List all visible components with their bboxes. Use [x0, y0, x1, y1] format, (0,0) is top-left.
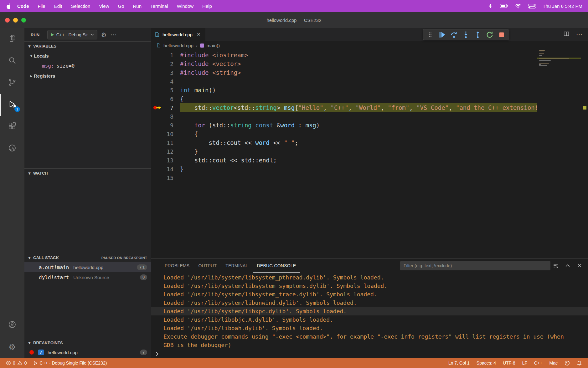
variables-locals[interactable]: ▾ Locals — [24, 51, 151, 61]
code-text[interactable] — [180, 77, 537, 86]
line-number[interactable]: 10 — [162, 131, 173, 137]
continue-icon[interactable] — [437, 30, 447, 39]
breadcrumb-symbol[interactable]: main() — [207, 43, 220, 48]
menu-selection[interactable]: Selection — [71, 3, 90, 9]
line-number[interactable]: 9 — [162, 122, 173, 129]
menu-help[interactable]: Help — [202, 3, 212, 9]
code-line-1[interactable]: 1#include <iostream> — [151, 51, 588, 59]
menu-file[interactable]: File — [38, 3, 45, 9]
line-number[interactable]: 5 — [162, 87, 173, 94]
minimize-window-button[interactable] — [13, 18, 18, 23]
code-text[interactable] — [180, 112, 537, 121]
restart-icon[interactable] — [484, 30, 495, 39]
code-text[interactable]: #include <iostream> — [180, 51, 537, 59]
step-over-icon[interactable] — [449, 30, 459, 39]
editor-more-actions-icon[interactable]: ⋯ — [576, 31, 582, 38]
close-panel-icon[interactable] — [577, 263, 582, 268]
activity-extensions[interactable] — [0, 116, 24, 138]
breakpoint-gutter[interactable] — [151, 173, 162, 182]
breakpoint-gutter[interactable] — [151, 68, 162, 77]
wifi-icon[interactable] — [515, 4, 521, 8]
launch-config-dropdown[interactable]: C++ - Debug Sir — [47, 30, 97, 39]
section-watch[interactable]: ▾ WATCH — [24, 168, 151, 178]
activity-search[interactable] — [0, 50, 24, 72]
section-variables[interactable]: ▾ VARIABLES — [24, 41, 151, 51]
language-mode[interactable]: C++ — [532, 358, 544, 368]
line-number[interactable]: 3 — [162, 69, 173, 76]
zoom-window-button[interactable] — [21, 18, 26, 23]
toolbar-drag-handle[interactable] — [425, 30, 436, 39]
breakpoint-gutter[interactable] — [151, 51, 162, 59]
code-line-12[interactable]: 12 } — [151, 147, 588, 156]
code-line-2[interactable]: 2#include <vector> — [151, 59, 588, 68]
line-number[interactable]: 11 — [162, 140, 173, 146]
menu-window[interactable]: Window — [177, 3, 193, 9]
current-statement-icon[interactable] — [151, 103, 162, 112]
line-number[interactable]: 1 — [162, 52, 173, 59]
line-number[interactable]: 7 — [162, 105, 173, 111]
breakpoint-gutter[interactable] — [151, 165, 162, 173]
notifications-bell-icon[interactable] — [575, 358, 584, 368]
step-out-icon[interactable] — [472, 30, 483, 39]
line-number[interactable]: 12 — [162, 148, 173, 155]
overview-ruler[interactable] — [582, 50, 588, 258]
breakpoint-gutter[interactable] — [151, 59, 162, 68]
breakpoint-checkbox[interactable]: ✓ — [38, 350, 44, 355]
breakpoint-item[interactable]: ✓helloworld.cpp7 — [24, 347, 151, 357]
code-text[interactable]: #include <string> — [180, 68, 537, 77]
code-text[interactable]: #include <vector> — [180, 59, 537, 68]
panel-tab-problems[interactable]: PROBLEMS — [160, 259, 194, 273]
section-breakpoints[interactable]: ▾ BREAKPOINTS — [24, 338, 151, 347]
start-debug-icon[interactable] — [51, 33, 54, 37]
tab-helloworld-cpp[interactable]: helloworld.cpp ✕ — [151, 28, 205, 41]
debug-settings-gear-icon[interactable]: ⚙ — [101, 31, 107, 38]
menu-edit[interactable]: Edit — [54, 3, 62, 9]
code-text[interactable]: std::vector<std::string> msg{"Hello", "C… — [180, 103, 537, 112]
line-number[interactable]: 8 — [162, 113, 173, 120]
code-line-8[interactable]: 8 — [151, 112, 588, 121]
variables-registers[interactable]: ▸ Registers — [24, 71, 151, 81]
eol-sequence[interactable]: LF — [520, 358, 529, 368]
code-line-11[interactable]: 11 std::cout << word << " "; — [151, 138, 588, 147]
panel-tab-debug-console[interactable]: DEBUG CONSOLE — [253, 259, 301, 273]
activity-github[interactable] — [0, 138, 24, 160]
menu-terminal[interactable]: Terminal — [150, 3, 168, 9]
menu-view[interactable]: View — [99, 3, 109, 9]
stop-icon[interactable] — [496, 30, 507, 39]
variable-msg[interactable]: msg: size=0 — [24, 61, 151, 71]
code-line-9[interactable]: 9 for (std::string const &word : msg) — [151, 121, 588, 130]
indentation[interactable]: Spaces: 4 — [474, 358, 498, 368]
code-line-3[interactable]: 3#include <string> — [151, 68, 588, 77]
breakpoint-gutter[interactable] — [151, 77, 162, 86]
panel-tab-terminal[interactable]: TERMINAL — [221, 259, 252, 273]
clear-console-icon[interactable] — [553, 263, 559, 268]
encoding[interactable]: UTF-8 — [501, 358, 518, 368]
line-number[interactable]: 13 — [162, 157, 173, 164]
breadcrumb-file[interactable]: helloworld.cpp — [163, 43, 193, 48]
section-call-stack[interactable]: ▾ CALL STACK PAUSED ON BREAKPOINT — [24, 253, 151, 262]
close-tab-icon[interactable]: ✕ — [195, 31, 202, 38]
minimap[interactable] — [537, 50, 581, 258]
activity-settings[interactable]: ⚙ — [0, 336, 24, 358]
code-line-6[interactable]: 6{ — [151, 95, 588, 103]
activity-source-control[interactable] — [0, 72, 24, 94]
menu-go[interactable]: Go — [118, 3, 124, 9]
activity-run-debug[interactable]: 1 — [0, 94, 24, 116]
breakpoint-gutter[interactable] — [151, 147, 162, 156]
more-actions-icon[interactable]: ⋯ — [111, 31, 117, 38]
breakpoint-gutter[interactable] — [151, 156, 162, 165]
activity-accounts[interactable] — [0, 314, 24, 336]
breakpoint-gutter[interactable] — [151, 86, 162, 95]
code-line-4[interactable]: 4 — [151, 77, 588, 86]
platform-indicator[interactable]: Mac — [547, 358, 560, 368]
code-line-15[interactable]: 15 — [151, 173, 588, 182]
breakpoint-gutter[interactable] — [151, 130, 162, 138]
code-text[interactable]: int main() — [180, 86, 537, 95]
cursor-position[interactable]: Ln 7, Col 1 — [446, 358, 472, 368]
line-number[interactable]: 4 — [162, 78, 173, 85]
panel-tab-output[interactable]: OUTPUT — [194, 259, 221, 273]
close-window-button[interactable] — [5, 18, 10, 23]
problems-status[interactable]: 0 0 — [4, 358, 29, 368]
debug-session-status[interactable]: C++ - Debug Single File (CSE232) — [31, 358, 109, 368]
line-number[interactable]: 2 — [162, 61, 173, 67]
